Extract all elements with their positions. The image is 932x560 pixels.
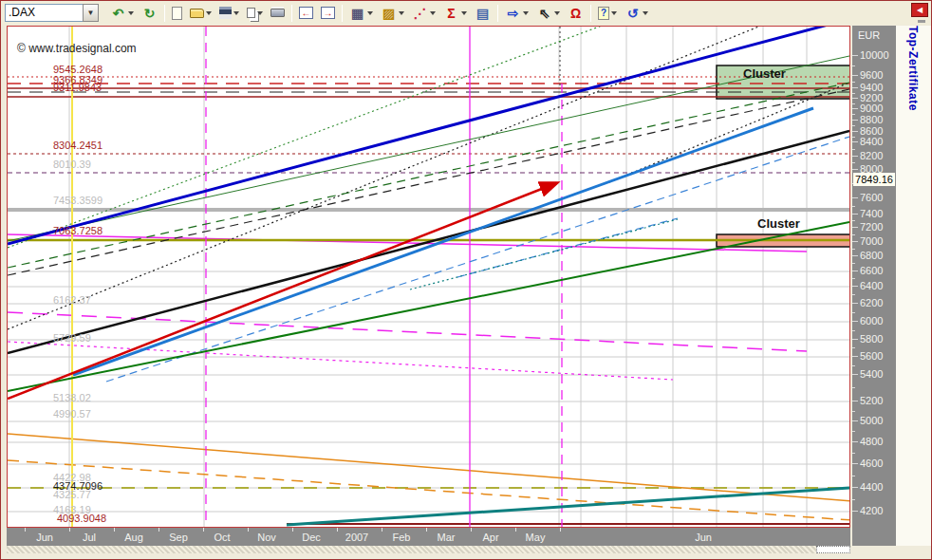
- chevron-down-icon[interactable]: [430, 11, 436, 15]
- top-zertifikate-panel-tab[interactable]: Top-Zertifikate: [906, 26, 920, 111]
- x-axis-month-label: Aug: [124, 532, 143, 543]
- chevron-down-icon[interactable]: [643, 11, 648, 15]
- y-axis-minor-tick: [852, 114, 855, 115]
- trendline-teal-dotted[interactable]: [410, 219, 678, 289]
- cursor-icon: ⇖: [536, 5, 552, 21]
- x-axis-month-label: Jul: [83, 532, 96, 543]
- price-axis[interactable]: EUR 100009600940092009000880086008400820…: [852, 26, 896, 546]
- chevron-down-icon[interactable]: [554, 11, 560, 15]
- chart-type-icon: ▦: [349, 5, 365, 21]
- scrollbar-thumb[interactable]: [816, 546, 850, 553]
- print-icon[interactable]: [268, 3, 288, 23]
- y-axis-minor-tick: [852, 347, 855, 348]
- y-axis-tick: [852, 271, 858, 271]
- trendline-blue-dashed[interactable]: [106, 137, 849, 382]
- symbol-combobox[interactable]: .DAX ▼: [5, 4, 99, 22]
- chevron-down-icon[interactable]: [206, 11, 212, 15]
- y-axis-tick-label: 4200: [860, 505, 883, 516]
- y-axis-minor-tick: [852, 249, 855, 250]
- goto-icon: ⇨: [505, 5, 521, 21]
- time-axis[interactable]: JunJulAugSepOctNovDec2007FebMarAprMayJun: [7, 528, 850, 546]
- refresh-icon[interactable]: ↻: [139, 3, 160, 23]
- chevron-down-icon[interactable]: [367, 11, 373, 15]
- y-axis-minor-tick: [852, 476, 855, 476]
- x-axis-tick: [158, 528, 159, 532]
- axis-currency-label: EUR: [858, 29, 880, 41]
- next-period-icon[interactable]: →: [318, 3, 338, 23]
- undo-icon[interactable]: ↶: [107, 3, 137, 23]
- y-axis-minor-tick: [852, 125, 855, 126]
- chevron-down-icon[interactable]: [399, 11, 404, 15]
- y-axis-tick-label: 6200: [860, 297, 883, 308]
- x-axis-month-label: Apr: [482, 532, 498, 543]
- y-axis-tick-label: 8400: [860, 136, 883, 147]
- properties-icon[interactable]: ▤: [472, 3, 494, 23]
- y-axis-tick-label: 7000: [860, 235, 883, 247]
- save-icon[interactable]: [216, 3, 242, 23]
- y-axis-tick: [852, 255, 858, 256]
- symbol-dropdown-button[interactable]: ▼: [83, 4, 99, 22]
- y-axis-tick-label: 4400: [860, 481, 883, 493]
- y-axis-tick-label: 5600: [860, 350, 883, 362]
- y-axis-tick-label: 5400: [860, 368, 883, 380]
- y-axis-tick-label: 5800: [860, 333, 883, 345]
- chevron-down-icon[interactable]: [257, 11, 263, 15]
- y-axis-tick: [852, 55, 858, 56]
- y-axis-tick: [852, 120, 858, 121]
- y-axis-minor-tick: [852, 278, 855, 279]
- chevron-down-icon[interactable]: [128, 11, 134, 15]
- y-axis-tick: [852, 420, 858, 421]
- y-axis-minor-tick: [852, 82, 855, 83]
- chart-type-icon[interactable]: ▦: [346, 3, 376, 23]
- y-axis-tick-label: 4800: [860, 436, 883, 447]
- x-axis-tick: [560, 528, 561, 532]
- chevron-down-icon[interactable]: [523, 11, 529, 15]
- x-axis-tick: [471, 528, 472, 532]
- chevron-down-icon[interactable]: [611, 11, 617, 15]
- cursor-icon[interactable]: ⇖: [533, 3, 563, 23]
- chart-drawing-layer[interactable]: [8, 27, 849, 527]
- y-axis-tick: [852, 75, 858, 76]
- copyright-watermark: © www.tradesignal.com: [17, 42, 137, 55]
- y-axis-minor-tick: [852, 294, 855, 295]
- trendline-teal[interactable]: [287, 488, 849, 525]
- chart-canvas[interactable]: © www.tradesignal.com 9545.26489366.8349…: [7, 26, 850, 528]
- x-axis-tick: [426, 528, 427, 532]
- trendline-green-dotted[interactable]: [8, 27, 602, 248]
- x-axis-month-label: Sep: [169, 532, 188, 543]
- new-document-icon[interactable]: [169, 3, 185, 23]
- help-icon[interactable]: ?: [595, 3, 620, 23]
- y-axis-minor-tick: [852, 65, 855, 66]
- y-axis-minor-tick: [852, 149, 855, 150]
- y-axis-tick: [852, 511, 858, 512]
- chart-scrollbar[interactable]: [7, 546, 850, 553]
- period-icon[interactable]: ▨: [378, 3, 407, 23]
- strategy-icon[interactable]: Σ: [440, 3, 470, 23]
- fanline-orange[interactable]: [8, 434, 849, 501]
- x-axis-month-label: Jun: [695, 532, 712, 543]
- y-axis-tick-label: 6600: [860, 265, 883, 276]
- toolbar-separator: [590, 5, 591, 22]
- indicator-icon[interactable]: ⋰: [409, 3, 438, 23]
- trendline-lightblue[interactable]: [73, 108, 813, 375]
- trendline-red-arrow[interactable]: [8, 183, 556, 399]
- magnet-icon[interactable]: Ω: [565, 3, 587, 23]
- close-panel-button[interactable]: ◀: [911, 3, 928, 17]
- y-axis-tick: [852, 131, 858, 132]
- magenta-longdash[interactable]: [8, 312, 807, 351]
- y-axis-minor-tick: [852, 93, 855, 94]
- symbol-value[interactable]: .DAX: [5, 4, 83, 22]
- goto-icon[interactable]: ⇨: [502, 3, 531, 23]
- reload-icon[interactable]: ↺: [622, 3, 651, 23]
- open-folder-icon[interactable]: [187, 3, 214, 23]
- y-axis-tick-label: 7600: [860, 192, 883, 203]
- previous-period-icon[interactable]: ←: [296, 3, 316, 23]
- chevron-down-icon[interactable]: [461, 11, 467, 15]
- y-axis-tick: [852, 108, 858, 109]
- x-axis-tick: [114, 528, 115, 532]
- properties-icon: ▤: [475, 5, 491, 21]
- chevron-down-icon[interactable]: [233, 11, 239, 15]
- y-axis-tick: [852, 339, 858, 340]
- copy-icon[interactable]: [244, 3, 266, 23]
- y-axis-tick-label: 9600: [860, 69, 883, 81]
